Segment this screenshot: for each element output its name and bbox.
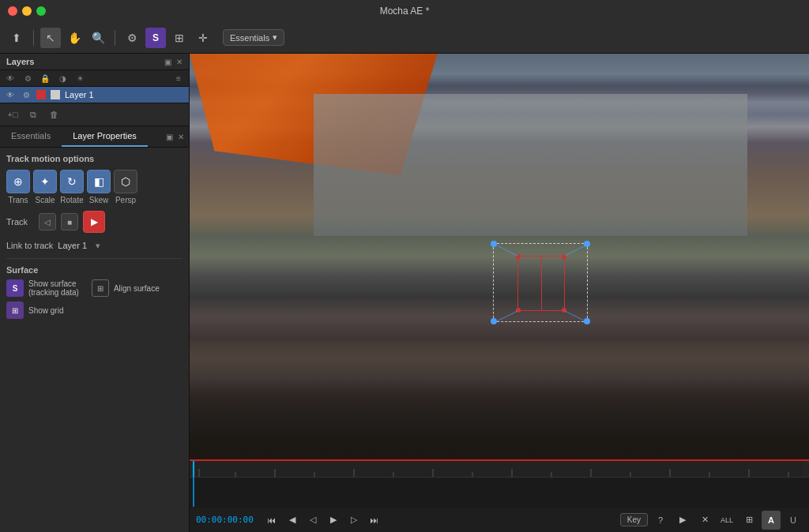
timeline: [190, 459, 809, 507]
go-to-start-button[interactable]: ⏮: [263, 511, 280, 529]
grid-icon: ⊞: [6, 302, 24, 319]
frame-forward-button[interactable]: ▷: [345, 511, 363, 529]
layer-white-box: [51, 90, 60, 99]
all-button[interactable]: ALL: [717, 511, 736, 530]
trans-button[interactable]: ⊕ Trans: [6, 170, 30, 204]
layer-gear-icon[interactable]: ⚙: [21, 89, 32, 100]
x-icon[interactable]: ✕: [695, 511, 714, 530]
app-title: Mocha AE *: [380, 6, 430, 17]
add-layer-icon[interactable]: +□: [5, 107, 21, 122]
persp-button[interactable]: ⬡ Persp: [114, 170, 137, 204]
tab-layer-properties[interactable]: Layer Properties: [62, 126, 148, 147]
playhead[interactable]: [193, 461, 194, 477]
street-scene-bg: [190, 54, 809, 459]
link-to-track-value: Layer 1: [58, 241, 87, 250]
question-icon[interactable]: ?: [651, 511, 670, 530]
play-icon-right[interactable]: ▶: [673, 511, 692, 530]
import-button[interactable]: ⬆: [6, 28, 27, 48]
svg-line-0: [494, 244, 517, 256]
video-area: 00:00:00:00 ⏮ ◀ ◁ ▶ ▷ ⏭ Key ? ▶ ✕ ALL ⊞ …: [190, 54, 809, 532]
track-row: Track ◁ ■ ▶: [6, 211, 182, 233]
show-surface-sub: (tracking data): [28, 288, 79, 297]
zoom-tool[interactable]: 🔍: [88, 28, 108, 48]
bottom-right-controls: Key ? ▶ ✕ ALL ⊞ A U: [620, 511, 803, 530]
show-surface-text: Show surface (tracking data): [28, 279, 79, 297]
track-motion-title: Track motion options: [6, 154, 182, 163]
separator-2: [115, 30, 115, 46]
visibility-col-icon[interactable]: 👁: [5, 73, 16, 84]
scale-button[interactable]: ✦ Scale: [33, 170, 57, 204]
step-back-button[interactable]: ◀: [284, 511, 301, 529]
show-grid-label: Show grid: [28, 306, 63, 315]
track-play-forward-button[interactable]: ▶: [83, 211, 105, 233]
surface-title: Surface: [6, 265, 182, 275]
layer-name: Layer 1: [65, 90, 184, 99]
timeline-track-area: [190, 477, 809, 508]
layers-header-controls: ▣ ✕: [164, 58, 182, 66]
play-button[interactable]: ▶: [325, 511, 342, 529]
track-backward-button[interactable]: ◁: [39, 213, 56, 230]
pan-tool[interactable]: ✋: [64, 28, 85, 48]
props-toolbar: +□ ⧉ 🗑: [0, 103, 189, 126]
layers-close-icon[interactable]: ✕: [176, 58, 182, 66]
grid-tool[interactable]: ⊞: [169, 28, 190, 48]
tabs-right-controls: ▣ ✕: [166, 133, 189, 141]
crosshair-tool[interactable]: ✛: [193, 28, 213, 48]
close-button[interactable]: [8, 6, 17, 16]
menu-icon[interactable]: ≡: [173, 73, 184, 84]
layers-pin-icon[interactable]: ▣: [164, 58, 171, 66]
letter-u-button[interactable]: U: [784, 511, 803, 530]
rotate-button[interactable]: ↻ Rotate: [60, 170, 84, 204]
motion-buttons-row: ⊕ Trans ✦ Scale ↻ Rotate ◧ Skew ⬡ Pers: [6, 170, 182, 204]
layer-1-row[interactable]: 👁 ⚙ Layer 1: [0, 87, 189, 103]
solo-col-icon[interactable]: ☀: [74, 73, 85, 84]
link-dropdown-arrow[interactable]: ▾: [92, 239, 104, 252]
essentials-dropdown[interactable]: Essentials ▾: [223, 29, 284, 46]
tracking-lines-svg: [494, 244, 587, 321]
align-surface-button[interactable]: ⊞ Align surface: [92, 279, 160, 297]
minimize-button[interactable]: [22, 6, 32, 16]
layers-header: Layers ▣ ✕: [0, 54, 189, 70]
gear-col-icon[interactable]: ⚙: [22, 73, 33, 84]
show-grid-row[interactable]: ⊞ Show grid: [6, 302, 182, 319]
key-button[interactable]: Key: [620, 513, 648, 526]
video-canvas: [190, 54, 809, 459]
timeline-ruler[interactable]: [190, 461, 809, 477]
options-icon[interactable]: ⊞: [739, 511, 758, 530]
tracking-box-outer: [493, 243, 588, 322]
surface-s-icon: S: [6, 279, 24, 297]
show-surface-button[interactable]: S Show surface (tracking data): [6, 279, 79, 297]
tab-essentials[interactable]: Essentials: [0, 126, 62, 147]
bottom-controls: 00:00:00:00 ⏮ ◀ ◁ ▶ ▷ ⏭ Key ? ▶ ✕ ALL ⊞ …: [190, 507, 809, 532]
layers-title: Layers: [6, 57, 34, 66]
svg-line-1: [565, 244, 589, 256]
duplicate-icon[interactable]: ⧉: [25, 107, 41, 122]
frame-back-button[interactable]: ◁: [304, 511, 322, 529]
svg-rect-4: [196, 461, 803, 477]
skew-icon: ◧: [87, 170, 111, 193]
create-track-tool[interactable]: ⚙: [122, 28, 142, 48]
letter-a-button[interactable]: A: [762, 511, 781, 530]
scale-label: Scale: [35, 196, 55, 204]
link-to-track-row: Link to track Layer 1 ▾: [6, 239, 182, 252]
layer-visibility-icon[interactable]: 👁: [5, 89, 16, 100]
skew-button[interactable]: ◧ Skew: [87, 170, 111, 204]
go-to-end-button[interactable]: ⏭: [366, 511, 383, 529]
separator-1: [33, 30, 34, 46]
persp-icon: ⬡: [114, 170, 137, 193]
link-to-track-label: Link to track: [6, 241, 53, 250]
select-tool[interactable]: ↖: [40, 28, 61, 48]
spline-tool[interactable]: S: [145, 28, 166, 48]
show-surface-row: S Show surface (tracking data) ⊞ Align s…: [6, 279, 182, 297]
tab-pin-icon[interactable]: ▣: [166, 133, 173, 141]
track-stop-button[interactable]: ■: [61, 213, 78, 230]
layer-columns-header: 👁 ⚙ 🔒 ◑ ☀ ≡: [0, 70, 189, 87]
maximize-button[interactable]: [36, 6, 46, 16]
lock-col-icon[interactable]: 🔒: [40, 73, 51, 84]
blend-col-icon[interactable]: ◑: [57, 73, 68, 84]
buildings: [314, 94, 747, 236]
layer-color-indicator: [36, 90, 46, 99]
delete-icon[interactable]: 🗑: [46, 107, 62, 122]
traffic-lights: [8, 6, 46, 16]
tab-close-icon[interactable]: ✕: [178, 133, 184, 141]
